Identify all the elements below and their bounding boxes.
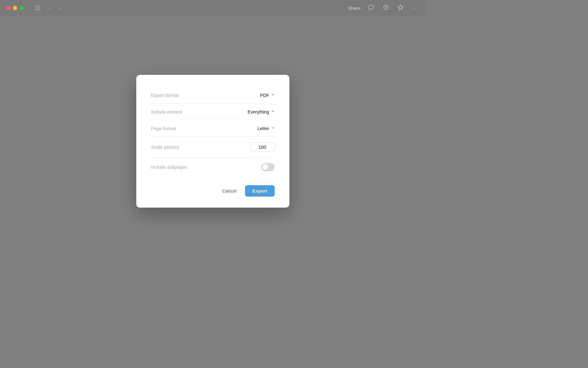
comment-icon xyxy=(368,4,374,12)
page-format-chevron-icon xyxy=(271,126,275,131)
export-format-row: Export format PDF xyxy=(151,87,275,104)
more-icon: ··· xyxy=(412,5,418,11)
history-icon xyxy=(383,4,389,12)
bookmark-button[interactable] xyxy=(396,4,405,12)
include-content-select[interactable]: Everything xyxy=(247,109,275,114)
back-icon: ← xyxy=(47,5,51,11)
comment-button[interactable] xyxy=(367,4,375,12)
titlebar: ← → Share xyxy=(0,0,426,16)
modal-footer: Cancel Export xyxy=(151,185,275,197)
export-format-chevron-icon xyxy=(271,93,275,98)
scale-percent-label: Scale percent xyxy=(151,144,179,150)
toggle-thumb xyxy=(262,164,268,170)
include-content-chevron-icon xyxy=(271,109,275,114)
export-format-label: Export format xyxy=(151,93,179,98)
hamburger-icon xyxy=(35,6,40,10)
include-subpages-label: Include subpages xyxy=(151,164,187,170)
include-content-row: Include content Everything xyxy=(151,104,275,120)
cancel-button[interactable]: Cancel xyxy=(217,186,242,196)
modal-fields: Export format PDF Include content xyxy=(151,87,275,177)
page-format-row: Page format Letter xyxy=(151,120,275,137)
page-format-value: Letter xyxy=(258,126,269,131)
include-subpages-toggle[interactable] xyxy=(261,163,275,171)
page-format-select[interactable]: Letter xyxy=(258,126,275,131)
include-subpages-row: Include subpages xyxy=(151,158,275,177)
scale-percent-input[interactable] xyxy=(250,142,275,152)
hamburger-menu-button[interactable] xyxy=(34,5,42,11)
page-format-label: Page format xyxy=(151,126,176,131)
forward-button[interactable]: → xyxy=(56,4,64,12)
titlebar-left: ← → xyxy=(6,4,64,12)
titlebar-right: Share ··· xyxy=(348,4,420,12)
back-button[interactable]: ← xyxy=(45,4,53,12)
forward-icon: → xyxy=(58,5,62,11)
export-format-select[interactable]: PDF xyxy=(260,93,275,98)
modal-overlay: Export format PDF Include content xyxy=(0,16,426,266)
traffic-lights xyxy=(6,6,24,10)
include-content-value: Everything xyxy=(247,109,269,114)
export-modal: Export format PDF Include content xyxy=(136,75,289,208)
close-button[interactable] xyxy=(6,6,10,10)
main-content: Export format PDF Include content xyxy=(0,16,426,266)
titlebar-nav: ← → xyxy=(34,4,64,12)
minimize-button[interactable] xyxy=(13,6,17,10)
include-content-label: Include content xyxy=(151,109,182,114)
more-options-button[interactable]: ··· xyxy=(411,4,420,12)
maximize-button[interactable] xyxy=(20,6,24,10)
share-button[interactable]: Share xyxy=(348,6,361,11)
star-icon xyxy=(398,4,404,12)
history-button[interactable] xyxy=(382,4,390,12)
export-button[interactable]: Export xyxy=(245,185,275,197)
toggle-track xyxy=(261,163,275,171)
scale-percent-row: Scale percent xyxy=(151,137,275,158)
export-format-value: PDF xyxy=(260,93,269,98)
